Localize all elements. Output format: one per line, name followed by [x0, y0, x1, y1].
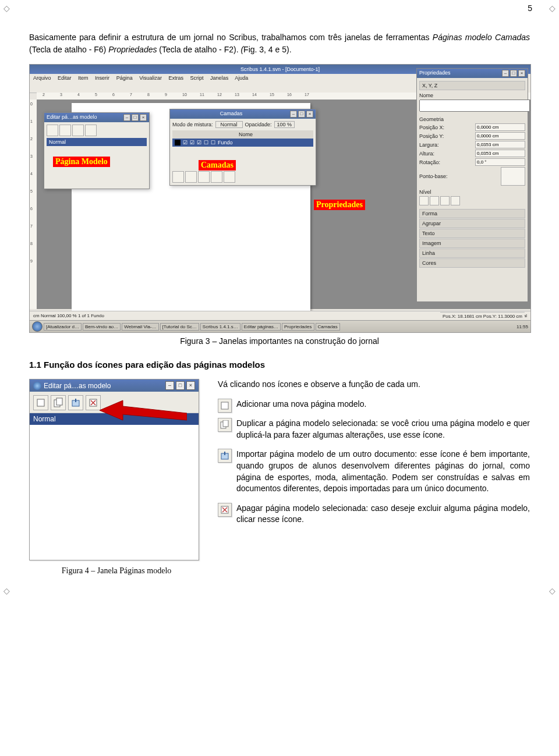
blend-mode-select[interactable]: Normal: [215, 121, 243, 128]
add-page-icon: [218, 399, 232, 413]
toolbar: [30, 392, 199, 413]
restore-icon[interactable]: □: [298, 111, 305, 118]
minimize-icon[interactable]: –: [502, 70, 509, 77]
window-titlebar[interactable]: Camadas – □ ×: [170, 109, 316, 119]
import-page-icon[interactable]: [72, 125, 84, 136]
restore-icon[interactable]: □: [132, 114, 139, 121]
duplicate-page-icon: [218, 418, 232, 432]
list-item[interactable]: Normal: [47, 138, 147, 146]
duplicate-layer-icon[interactable]: [198, 171, 210, 183]
svg-rect-2: [56, 398, 62, 405]
desc-delete: Apagar página modelo selecionada: caso d…: [236, 503, 530, 526]
layers-window[interactable]: Camadas – □ × Modo de mistura: Normal Op…: [169, 109, 316, 186]
close-icon[interactable]: ×: [140, 114, 147, 121]
svg-rect-8: [223, 420, 228, 427]
close-icon[interactable]: ×: [306, 111, 313, 118]
menu-item[interactable]: Ajuda: [235, 75, 248, 81]
taskbar[interactable]: [Atualizador d… Bem-vindo ao… Webmail Vi…: [30, 320, 530, 332]
taskbar-item[interactable]: Webmail Via-…: [122, 323, 158, 331]
add-page-icon[interactable]: [47, 125, 58, 136]
level-down-icon[interactable]: [430, 196, 439, 205]
restore-icon[interactable]: □: [510, 70, 517, 77]
window-titlebar[interactable]: Editar pá…as modelo – □ ×: [30, 379, 199, 392]
layer-row[interactable]: ☑☑☑☐☐ Fundo: [172, 139, 313, 147]
menu-item[interactable]: Script: [190, 75, 204, 81]
section-xyz[interactable]: X, Y, Z: [419, 81, 525, 90]
annotation-camadas: Camadas: [199, 160, 236, 171]
level-up-icon[interactable]: [419, 196, 429, 205]
window-titlebar[interactable]: Editar pá…as modelo – □ ×: [44, 113, 149, 122]
section-linha[interactable]: Linha: [419, 249, 525, 258]
section-texto[interactable]: Texto: [419, 229, 525, 238]
width-input[interactable]: [475, 141, 525, 148]
close-icon[interactable]: ×: [186, 381, 195, 390]
add-layer-icon[interactable]: [172, 171, 184, 183]
minimize-icon[interactable]: –: [123, 114, 130, 121]
label-nome: Nome: [419, 93, 525, 98]
delete-layer-icon[interactable]: [185, 171, 197, 183]
height-input[interactable]: [475, 150, 525, 157]
menu-item[interactable]: Página: [116, 75, 133, 81]
duplicate-page-icon[interactable]: [59, 125, 71, 136]
add-page-icon[interactable]: [33, 395, 48, 410]
section-heading: 1.1 Função dos ícones para edição das pá…: [29, 360, 530, 370]
menu-item[interactable]: Inserir: [95, 75, 109, 81]
minimize-icon[interactable]: –: [290, 111, 297, 118]
level-top-icon[interactable]: [440, 196, 450, 205]
opacity-input[interactable]: 100 %: [274, 121, 295, 128]
section-agrupar[interactable]: Agrupar: [419, 219, 525, 228]
import-page-icon[interactable]: [68, 395, 83, 410]
delete-page-icon[interactable]: [85, 125, 97, 136]
name-input[interactable]: [419, 100, 530, 112]
menu-item[interactable]: Editar: [58, 75, 72, 81]
menu-item[interactable]: Janelas: [210, 75, 228, 81]
menu-item[interactable]: Visualizar: [139, 75, 162, 81]
close-icon[interactable]: ×: [518, 70, 525, 77]
menu-item[interactable]: Arquivo: [33, 75, 51, 81]
desc-intro: Vá clicando nos ícones e observe a funçã…: [218, 379, 530, 391]
level-bottom-icon[interactable]: [451, 196, 460, 205]
annotation-propriedades: Propriedades: [314, 200, 365, 210]
taskbar-item[interactable]: Editar páginas…: [242, 323, 281, 331]
posy-input[interactable]: [475, 132, 525, 140]
duplicate-page-icon[interactable]: [51, 395, 66, 410]
menu-item[interactable]: Item: [78, 75, 89, 81]
basepoint-widget[interactable]: [501, 167, 525, 186]
master-page-list[interactable]: Normal: [30, 413, 199, 559]
move-up-icon[interactable]: [211, 171, 222, 183]
import-page-icon: [218, 449, 232, 463]
restore-icon[interactable]: □: [176, 381, 185, 390]
start-button[interactable]: [32, 321, 43, 332]
position-readout: Pos.X: 18.1681 cm Pos.Y: 11.3000 cm: [440, 312, 525, 321]
desc-add: Adicionar uma nova página modelo.: [236, 399, 366, 410]
taskbar-item[interactable]: [Tutorial do Sc…: [160, 323, 199, 331]
move-down-icon[interactable]: [224, 171, 235, 183]
label-nivel: Nível: [419, 189, 525, 195]
deco-diamond: ◇: [549, 586, 556, 595]
posx-input[interactable]: [475, 123, 525, 131]
page-number: 5: [528, 3, 532, 13]
deco-diamond: ◇: [549, 3, 556, 13]
deco-diamond: ◇: [3, 3, 10, 13]
column-header: Nome: [239, 132, 253, 137]
list-item[interactable]: Normal: [30, 413, 199, 425]
rotation-input[interactable]: [475, 158, 525, 166]
minimize-icon[interactable]: –: [165, 381, 174, 390]
taskbar-item[interactable]: Camadas: [316, 323, 340, 331]
svg-rect-6: [221, 402, 228, 409]
window-titlebar[interactable]: Propriedades – □ ×: [417, 69, 528, 78]
section-cores[interactable]: Cores: [419, 258, 525, 268]
screenshot-scribus-main: Scribus 1.4.1.svn - [Documento-1] Arquiv…: [29, 64, 531, 333]
taskbar-item[interactable]: Scribus 1.4.1.s…: [200, 323, 240, 331]
section-imagem[interactable]: Imagem: [419, 239, 525, 248]
section-forma[interactable]: Forma: [419, 209, 525, 218]
desc-import: Importar página modelo de um outro docum…: [236, 449, 530, 494]
taskbar-item[interactable]: Propriedades: [282, 323, 314, 331]
menu-item[interactable]: Extras: [169, 75, 184, 81]
taskbar-item[interactable]: [Atualizador d…: [44, 323, 82, 331]
delete-page-icon[interactable]: [86, 395, 101, 410]
taskbar-item[interactable]: Bem-vindo ao…: [83, 323, 121, 331]
svg-rect-0: [37, 399, 44, 406]
edit-master-pages-window[interactable]: Editar pá…as modelo – □ × Normal: [44, 112, 150, 189]
properties-panel[interactable]: Propriedades – □ × X, Y, Z Nome Geometri…: [416, 68, 528, 302]
